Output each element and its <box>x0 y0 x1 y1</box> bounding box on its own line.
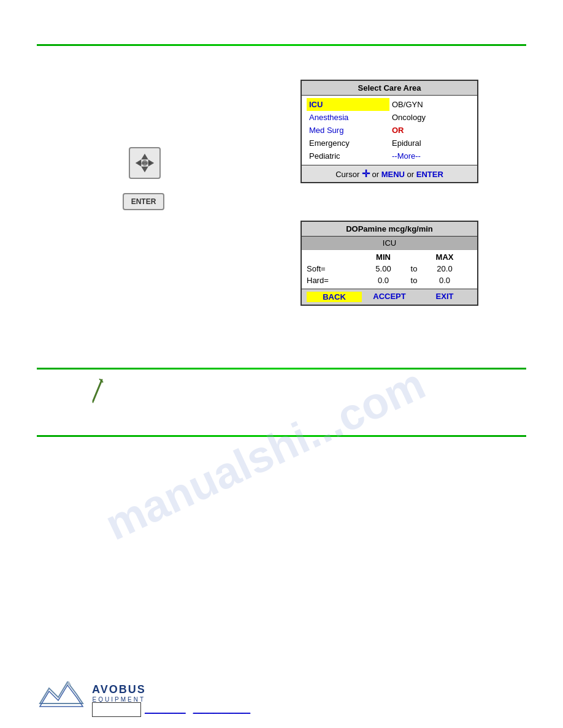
pencil-icon <box>91 379 104 405</box>
dopamine-row-soft: Soft= 5.00 to 20.0 <box>302 263 477 275</box>
hard-max: 0.0 <box>423 276 466 285</box>
care-area-title: Select Care Area <box>302 81 477 96</box>
care-area-item-icu[interactable]: ICU <box>307 98 389 111</box>
care-area-item-pediatric[interactable]: Pediatric <box>307 150 389 162</box>
soft-to: to <box>405 264 423 273</box>
watermark: manualshi...com <box>98 358 432 550</box>
care-area-item-epidural[interactable]: Epidural <box>389 137 472 150</box>
back-button[interactable]: BACK <box>307 292 362 302</box>
dopamine-subtitle: ICU <box>302 237 477 250</box>
exit-button[interactable]: EXIT <box>417 292 472 302</box>
hard-min: 0.0 <box>362 276 405 285</box>
hard-to: to <box>405 276 423 285</box>
dopamine-box: DOPamine mcg/kg/min ICU MIN MAX Soft= 5.… <box>301 221 478 306</box>
hard-label: Hard= <box>307 276 362 285</box>
care-area-grid: ICU OB/GYN Anesthesia Oncology Med Surg … <box>302 96 477 165</box>
bottom-link-1[interactable]: __________ <box>145 705 186 714</box>
cursor-icon: CURSOR <box>129 147 161 179</box>
soft-label: Soft= <box>307 264 362 273</box>
lower-divider-line <box>37 435 526 437</box>
enter-button-label: ENTER <box>131 197 156 206</box>
bottom-input-box[interactable] <box>92 702 141 717</box>
soft-max: 20.0 <box>423 264 466 273</box>
care-area-item-more[interactable]: --More-- <box>389 150 472 162</box>
avobus-equipment: EQUIPMENT <box>92 696 146 703</box>
dopamine-row-hard: Hard= 0.0 to 0.0 <box>302 275 477 286</box>
bottom-input-area: __________ ______________ <box>92 702 362 717</box>
care-area-box: Select Care Area ICU OB/GYN Anesthesia O… <box>301 80 478 183</box>
col-max: MAX <box>423 252 466 262</box>
enter-label: ENTER <box>416 170 443 179</box>
care-area-item-or[interactable]: OR <box>389 124 472 137</box>
svg-line-6 <box>93 380 102 401</box>
cursor-plus-icon: ✛ <box>362 169 370 179</box>
avobus-name: AVOBUS <box>92 683 146 696</box>
care-area-item-anesthesia[interactable]: Anesthesia <box>307 111 389 124</box>
care-area-footer: Cursor ✛ or MENU or ENTER <box>302 165 477 182</box>
avobus-logo-icon <box>37 676 86 710</box>
enter-button[interactable]: ENTER <box>123 193 164 210</box>
mid-divider-line <box>37 368 526 370</box>
care-area-item-oncology[interactable]: Oncology <box>389 111 472 124</box>
care-area-item-obgyn[interactable]: OB/GYN <box>389 98 472 111</box>
col-to-blank <box>405 252 423 262</box>
col-min: MIN <box>362 252 405 262</box>
top-divider-line <box>37 44 526 46</box>
svg-marker-9 <box>40 682 83 703</box>
bottom-link-2[interactable]: ______________ <box>193 705 250 714</box>
svg-marker-1 <box>141 167 148 173</box>
care-area-item-medsurg[interactable]: Med Surg <box>307 124 389 137</box>
care-area-item-emergency[interactable]: Emergency <box>307 137 389 150</box>
logo-text: AVOBUS EQUIPMENT <box>92 683 146 703</box>
accept-button[interactable]: ACCEPT <box>362 292 417 302</box>
dopamine-headers: MIN MAX <box>302 250 477 263</box>
menu-label: MENU <box>381 170 405 179</box>
svg-marker-0 <box>141 154 148 159</box>
dopamine-title: DOPamine mcg/kg/min <box>302 222 477 237</box>
svg-text:CURSOR: CURSOR <box>139 162 151 165</box>
col-blank <box>307 252 362 262</box>
soft-min: 5.00 <box>362 264 405 273</box>
dopamine-footer: BACK ACCEPT EXIT <box>302 289 477 305</box>
